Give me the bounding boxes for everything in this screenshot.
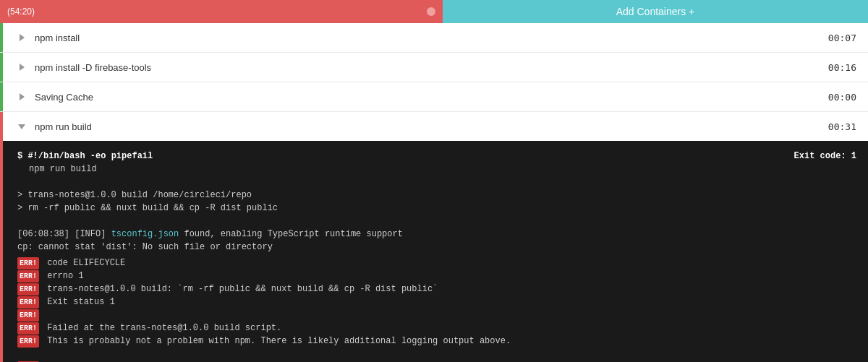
err-badge: ERR! (17, 296, 39, 309)
err-badge: ERR! (17, 283, 39, 296)
terminal-line: > rm -rf public && nuxt build && cp -R d… (17, 202, 856, 215)
terminal-line: cp: cannot stat 'dist': No such file or … (17, 241, 856, 254)
step-row-content[interactable]: npm install 00:07 (0, 23, 868, 52)
terminal-line: ERR! Failed at the trans-notes@1.0.0 bui… (17, 322, 856, 335)
step-name: npm install (35, 33, 828, 43)
err-badge: ERR! (17, 322, 39, 335)
step-row-content[interactable]: npm install -D firebase-tools 00:16 (0, 53, 868, 82)
exit-code-label: Exit code: 1 (794, 150, 856, 163)
step-time: 00:00 (828, 92, 856, 103)
step-row-content[interactable]: npm run build 00:31 (0, 112, 868, 141)
terminal-line: ERR! This is probably not a problem with… (17, 335, 856, 348)
steps-container: npm install 00:07 npm install -D firebas… (0, 23, 868, 362)
step-name: npm install -D firebase-tools (35, 62, 828, 73)
close-dot (427, 7, 435, 16)
chevron-right-icon (14, 60, 29, 74)
step-row: Saving Cache 00:00 (0, 82, 868, 112)
step-row-expanded: npm run build 00:31 $ #!/bin/bash -eo pi… (0, 112, 868, 362)
err-badge: ERR! (17, 309, 39, 322)
tsconfig-link[interactable]: tsconfig.json (111, 229, 179, 239)
terminal-line: ERR! errno 1 (17, 270, 856, 283)
err-badge: ERR! (17, 270, 39, 283)
chevron-right-icon (14, 90, 29, 104)
step-row: npm install -D firebase-tools 00:16 (0, 53, 868, 82)
step-time: 00:07 (828, 33, 856, 43)
add-containers-button[interactable]: Add Containers + (443, 0, 868, 23)
terminal-line: ERR! trans-notes@1.0.0 build: `rm -rf pu… (17, 283, 856, 296)
step-status-bar (0, 53, 3, 82)
step-row-content[interactable]: Saving Cache 00:00 (0, 82, 868, 111)
step-status-bar (0, 23, 3, 52)
terminal-command: $ #!/bin/bash -eo pipefail (17, 151, 153, 161)
terminal-subcommand: npm run build (17, 163, 856, 176)
err-badge: ERR! (17, 257, 39, 270)
step-name: npm run build (35, 121, 828, 132)
step-time: 00:16 (828, 62, 856, 73)
terminal-line: ERR! (17, 309, 856, 322)
step-status-bar (0, 82, 3, 111)
chevron-down-icon (14, 119, 29, 134)
step-status-bar (0, 112, 3, 362)
chevron-right-icon (14, 30, 29, 45)
err-badge: ERR! (17, 335, 39, 348)
timer-label: (54:20) (7, 7, 35, 17)
terminal-line: ERR! Exit status 1 (17, 296, 856, 309)
step-row: npm install 00:07 (0, 23, 868, 53)
header: (54:20) Add Containers + (0, 0, 868, 23)
terminal-line: ERR! code ELIFECYCLE (17, 257, 856, 270)
header-left: (54:20) (0, 0, 443, 23)
step-name: Saving Cache (35, 92, 828, 103)
step-time: 00:31 (828, 121, 856, 132)
terminal-line: [06:08:38] [INFO] tsconfig.json found, e… (17, 228, 856, 241)
terminal-output: $ #!/bin/bash -eo pipefail Exit code: 1 … (0, 141, 868, 362)
terminal-line: > trans-notes@1.0.0 build /home/circleci… (17, 189, 856, 202)
